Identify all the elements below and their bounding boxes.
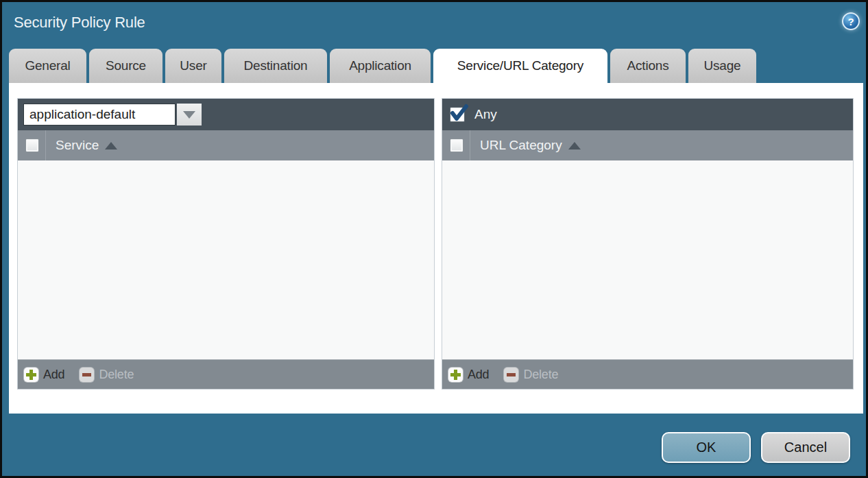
url-category-select-all-checkbox[interactable] [450,139,463,152]
service-panel: Service Add Delete [17,98,435,390]
url-category-select-all-cell [442,130,470,160]
dropdown-arrow-button[interactable] [177,104,202,126]
delete-icon [80,368,94,382]
url-category-column-label[interactable]: URL Category [480,138,562,153]
tab-actions[interactable]: Actions [610,49,686,83]
security-policy-rule-dialog: Security Policy Rule ? General Source Us… [0,0,868,478]
add-button-label: Add [43,368,64,382]
chevron-down-icon [183,111,195,119]
any-checkbox-label[interactable]: Any [474,107,497,122]
any-checkbox[interactable] [450,107,465,122]
service-panel-header [18,99,434,130]
sort-ascending-icon [105,142,117,150]
tab-source[interactable]: Source [89,49,162,83]
dialog-content: Service Add Delete [9,83,863,414]
service-add-button[interactable]: Add [24,368,64,382]
tab-general[interactable]: General [9,49,86,83]
tab-usage[interactable]: Usage [688,49,756,83]
add-icon [24,368,38,382]
dialog-title: Security Policy Rule [14,14,145,32]
service-select-all-cell [18,130,46,160]
service-toolbar: Add Delete [18,359,434,389]
tab-application[interactable]: Application [330,49,431,83]
url-category-panel: Any URL Category Add Delete [442,98,854,390]
add-button-label: Add [468,368,489,382]
delete-button-label: Delete [523,368,558,382]
checkmark-icon [449,103,470,123]
url-category-delete-button[interactable]: Delete [504,368,558,382]
help-icon[interactable]: ? [842,12,860,30]
tab-destination[interactable]: Destination [224,49,327,83]
url-category-toolbar: Add Delete [442,359,853,389]
delete-button-label: Delete [99,368,134,382]
tab-user[interactable]: User [165,49,221,83]
url-category-panel-header: Any [442,99,853,130]
service-list[interactable] [18,160,434,359]
cancel-button[interactable]: Cancel [761,432,850,463]
service-type-dropdown-input[interactable] [23,104,176,126]
tab-bar: General Source User Destination Applicat… [9,49,756,83]
service-column-header-row: Service [18,130,434,160]
service-delete-button[interactable]: Delete [80,368,134,382]
url-category-column-header[interactable]: URL Category [480,138,581,153]
url-category-column-header-row: URL Category [442,130,853,160]
url-category-add-button[interactable]: Add [448,368,489,382]
delete-icon [504,368,518,382]
sort-ascending-icon [568,142,581,150]
tab-service-url-category[interactable]: Service/URL Category [433,49,607,84]
service-column-header[interactable]: Service [56,138,117,153]
add-icon [448,368,463,382]
ok-button[interactable]: OK [662,432,751,463]
service-select-all-checkbox[interactable] [25,139,39,152]
service-column-label[interactable]: Service [56,138,99,153]
service-type-dropdown[interactable] [23,104,202,126]
url-category-list[interactable] [442,160,853,359]
help-glyph: ? [847,16,854,27]
